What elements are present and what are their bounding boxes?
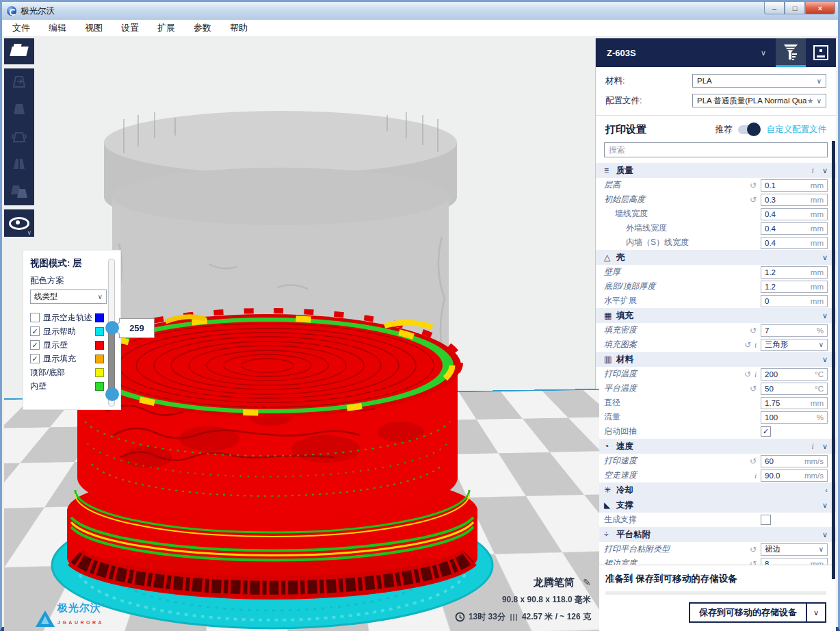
setting-input[interactable]: 1.2mm: [761, 266, 828, 279]
per-model-settings-button[interactable]: [4, 178, 34, 205]
menu-item[interactable]: 编辑: [49, 22, 66, 34]
menu-item[interactable]: 视图: [85, 22, 103, 34]
chevron-down-icon: ∨: [822, 253, 828, 262]
setting-select[interactable]: 三角形∨: [761, 339, 828, 351]
menu-item[interactable]: 帮助: [230, 22, 248, 34]
speed-section-header[interactable]: ◔速度i∨: [596, 439, 836, 454]
scale-tool-button[interactable]: [4, 96, 34, 123]
setting-row: 填充图案↺i三角形∨: [596, 337, 836, 352]
tab-monitor[interactable]: [806, 38, 836, 67]
minimize-button[interactable]: –: [764, 2, 785, 14]
setting-input[interactable]: 0mm: [761, 295, 828, 307]
setting-value: 1.2: [765, 283, 811, 291]
layer-slider-lower-handle[interactable]: [105, 387, 119, 401]
setting-row: 打印温度↺i200°C: [596, 367, 836, 381]
chevron-down-icon[interactable]: ∨: [761, 49, 766, 57]
setting-input[interactable]: 200°C: [761, 368, 828, 381]
settings-search-input[interactable]: [604, 142, 828, 157]
cooling-section-header[interactable]: ✳冷却‹: [596, 482, 836, 498]
revert-icon[interactable]: ↺: [750, 195, 757, 205]
save-to-removable-button[interactable]: 保存到可移动的存储设备 ∨: [689, 602, 826, 623]
support-section-header[interactable]: ◣支撑∨: [596, 498, 836, 513]
menu-item[interactable]: 参数: [194, 22, 211, 34]
close-button[interactable]: ×: [805, 2, 835, 14]
menu-item[interactable]: 扩展: [157, 22, 175, 34]
setting-input[interactable]: 1.75mm: [761, 397, 828, 409]
revert-icon[interactable]: ↺: [744, 370, 751, 379]
setting-input[interactable]: 60mm/s: [761, 455, 828, 467]
print-setup-title: 打印设置: [605, 123, 716, 136]
rename-pencil-icon[interactable]: ✎: [583, 577, 591, 588]
menu-item[interactable]: 设置: [121, 22, 139, 34]
mirror-tool-button[interactable]: [4, 151, 34, 178]
setting-input[interactable]: 50°C: [761, 383, 828, 395]
info-icon[interactable]: i: [754, 341, 757, 349]
settings-scrollbar[interactable]: [832, 141, 835, 579]
menu-item[interactable]: 文件: [12, 22, 30, 34]
printer-name[interactable]: Z-603S: [596, 48, 761, 58]
chevron-down-icon: ∨: [819, 341, 824, 348]
revert-icon[interactable]: ↺: [750, 545, 757, 554]
save-options-chevron[interactable]: ∨: [806, 604, 825, 621]
setting-input[interactable]: 0.1mm: [761, 179, 828, 192]
setting-input[interactable]: 100%: [761, 411, 828, 424]
legend-checkbox[interactable]: ✓: [30, 326, 40, 336]
legend-checkbox[interactable]: ✓: [30, 340, 40, 350]
legend-row: ✓显示壁: [30, 338, 114, 352]
setting-unit: mm: [811, 181, 824, 190]
setting-input[interactable]: 1.2mm: [761, 281, 828, 293]
settings-section-infill: ▦填充∨填充密度↺7%填充图案↺i三角形∨: [596, 308, 836, 352]
infill-icon: ▦: [604, 311, 616, 320]
adhesion-section-header[interactable]: ÷平台粘附∨: [596, 527, 836, 542]
viewport-3d[interactable]: ∨ 视图模式: 层 配色方案 线类型 ∨ 显示空走轨迹✓显示帮助✓显示壁✓显示填…: [4, 38, 599, 631]
layer-slider-upper-handle[interactable]: [105, 321, 119, 335]
setting-input[interactable]: 0.3mm: [761, 194, 828, 206]
legend-checkbox[interactable]: ✓: [30, 354, 40, 363]
recommended-custom-toggle[interactable]: [738, 125, 760, 134]
print-setup-header: 打印设置 推荐 自定义配置文件: [596, 116, 836, 142]
setting-input[interactable]: 90.0mm/s: [761, 469, 828, 482]
revert-icon[interactable]: ↺: [750, 384, 757, 394]
custom-profile-link[interactable]: 自定义配置文件: [767, 124, 827, 136]
setting-select[interactable]: 裙边∨: [761, 543, 828, 556]
setting-input[interactable]: 7%: [761, 324, 828, 337]
revert-icon[interactable]: ↺: [750, 326, 757, 335]
chevron-down-icon: ∨: [822, 530, 828, 539]
save-button-label: 保存到可移动的存储设备: [690, 606, 806, 619]
material-select[interactable]: PLA ∨: [692, 74, 826, 88]
info-icon[interactable]: i: [754, 370, 757, 378]
move-tool-button[interactable]: [4, 68, 34, 96]
revert-icon[interactable]: ↺: [750, 181, 757, 190]
setting-value: 0.4: [765, 210, 811, 218]
revert-icon[interactable]: ↺: [750, 456, 757, 466]
rotate-tool-button[interactable]: [4, 123, 34, 151]
revert-icon[interactable]: ↺: [744, 340, 751, 350]
color-scheme-select[interactable]: 线类型 ∨: [30, 289, 107, 304]
info-icon[interactable]: i: [754, 472, 757, 480]
tab-prepare-layers[interactable]: [776, 38, 806, 67]
info-icon[interactable]: i: [812, 166, 814, 176]
setting-row: 启动回抽✓: [596, 424, 836, 439]
setting-input[interactable]: 0.4mm: [761, 237, 828, 249]
setting-label: 空走速度: [604, 469, 754, 481]
setting-value: 1.2: [765, 268, 811, 276]
open-file-button[interactable]: [4, 38, 34, 64]
infill-section-header[interactable]: ▦填充∨: [596, 308, 836, 323]
maximize-button[interactable]: □: [785, 2, 805, 14]
shell-section-header[interactable]: △壳∨: [596, 250, 836, 265]
machine-config: 材料: PLA ∨ 配置文件: PLA 普通质量(PLA Normal Qua …: [596, 67, 836, 116]
setting-input[interactable]: 0.4mm: [761, 222, 828, 235]
setting-checkbox[interactable]: [761, 515, 771, 525]
legend-row: 显示空走轨迹: [30, 311, 114, 324]
setting-checkbox[interactable]: ✓: [761, 426, 771, 437]
material-section-header[interactable]: ▥材料∨: [596, 352, 836, 367]
legend-label: 显示空走轨迹: [43, 312, 95, 324]
info-icon[interactable]: i: [812, 441, 814, 452]
setting-row: 生成支撑: [596, 513, 836, 527]
setting-input[interactable]: 0.4mm: [761, 208, 828, 220]
view-mode-button[interactable]: ∨: [4, 209, 34, 237]
quality-section-header[interactable]: ≡质量i∨: [596, 163, 836, 178]
setting-label: 打印温度: [604, 368, 744, 380]
legend-checkbox[interactable]: [30, 313, 40, 322]
profile-select[interactable]: PLA 普通质量(PLA Normal Qua ★ ∨: [692, 94, 826, 107]
